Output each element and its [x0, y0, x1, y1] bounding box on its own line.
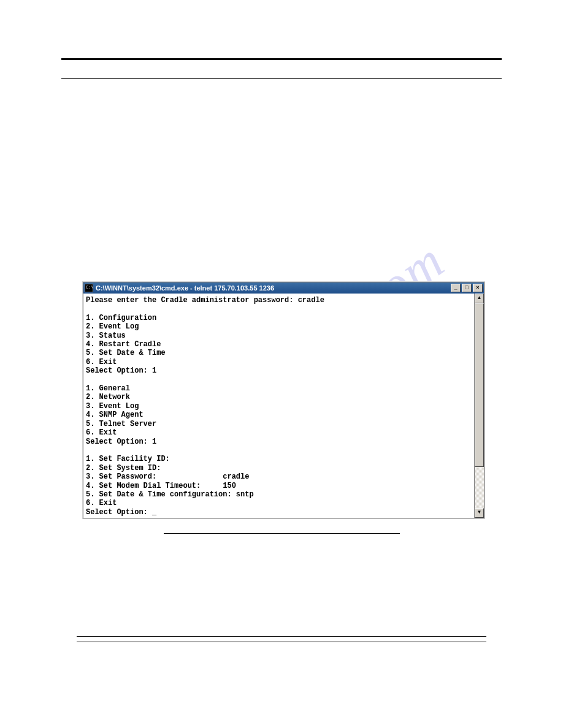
scroll-down-button[interactable]: ▼ [475, 508, 484, 518]
console-line: 1. General [86, 384, 130, 393]
console-line: 2. Set System ID: [86, 464, 161, 472]
bottom-rule-thin [77, 636, 486, 637]
console-line: 3. Status [86, 332, 126, 340]
console-line: 3. Set Password: cradle [86, 472, 249, 481]
console-line: 4. SNMP Agent [86, 411, 144, 419]
vertical-scrollbar[interactable]: ▲ ▼ [474, 294, 484, 518]
console-line: Select Option: 1 [86, 438, 156, 446]
console-line: 6. Exit [86, 358, 117, 366]
top-rule-thin [61, 78, 502, 79]
maximize-button[interactable]: □ [462, 284, 472, 292]
close-button[interactable]: × [473, 284, 483, 292]
console-line: 3. Event Log [86, 402, 139, 411]
scroll-thumb[interactable] [475, 303, 484, 467]
minimize-button[interactable]: _ [451, 284, 461, 292]
console-line: 6. Exit [86, 428, 117, 437]
window-titlebar[interactable]: C:\WINNT\system32\cmd.exe - telnet 175.7… [83, 282, 484, 294]
scroll-up-button[interactable]: ▲ [475, 294, 484, 303]
scroll-track[interactable] [475, 303, 484, 508]
figure-caption-area [0, 533, 563, 537]
console-line: 4. Restart Cradle [86, 340, 161, 349]
console-line: Please enter the Cradle administrator pa… [86, 296, 324, 305]
console-output[interactable]: Please enter the Cradle administrator pa… [83, 294, 474, 518]
console-line: Select Option: 1 [86, 366, 156, 375]
console-line: 2. Network [86, 393, 130, 401]
bottom-rule-thin2 [77, 642, 486, 642]
console-line: 1. Configuration [86, 314, 156, 322]
top-rule-thick [61, 58, 502, 60]
cmd-icon [85, 284, 93, 292]
console-line: 2. Event Log [86, 322, 139, 331]
console-line: 5. Telnet Server [86, 420, 156, 428]
console-line: Select Option: _ [86, 508, 156, 517]
window-title: C:\WINNT\system32\cmd.exe - telnet 175.7… [96, 284, 451, 292]
console-line: 1. Set Facility ID: [86, 455, 170, 463]
console-line: 5. Set Date & Time configuration: sntp [86, 490, 254, 499]
console-line: 6. Exit [86, 499, 117, 507]
telnet-window: C:\WINNT\system32\cmd.exe - telnet 175.7… [83, 282, 484, 518]
console-line: 4. Set Modem Dial Timeout: 150 [86, 482, 236, 490]
console-line: 5. Set Date & Time [86, 349, 166, 357]
